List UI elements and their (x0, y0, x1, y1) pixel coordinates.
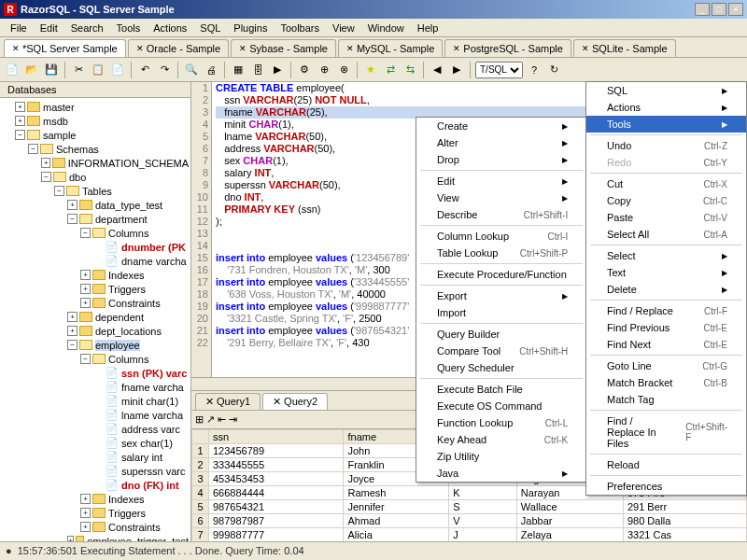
tab-mysql[interactable]: ✕MySQL - Sample (338, 39, 443, 57)
compare-icon[interactable]: ⇆ (402, 62, 418, 78)
close-icon[interactable]: ✕ (582, 44, 589, 53)
tab-oracle[interactable]: ✕Oracle - Sample (128, 39, 229, 57)
tree-node[interactable]: Indexes (108, 270, 145, 281)
tree-column[interactable]: ssn (PK) varc (121, 368, 187, 379)
mi-delete[interactable]: Delete▶ (586, 281, 746, 298)
mi-find-prev[interactable]: Find PreviousCtrl-E (586, 319, 746, 336)
find-icon[interactable]: 🔍 (183, 62, 200, 78)
mi-zip[interactable]: Zip Utility (416, 448, 586, 465)
tree-node[interactable]: data_type_test (95, 200, 162, 211)
grid-nav-icon[interactable]: ⇤ (218, 413, 226, 426)
menu-file[interactable]: File (4, 21, 34, 35)
mi-query-scheduler[interactable]: Query Scheduler (416, 359, 586, 376)
mi-match-tag[interactable]: Match Tag (586, 391, 746, 408)
tree-node[interactable]: dependent (95, 312, 144, 323)
tab-query1[interactable]: ✕Query1 (195, 393, 261, 410)
mi-select[interactable]: Select▶ (586, 247, 746, 264)
menu-plugins[interactable]: Plugins (227, 21, 274, 35)
tree-column[interactable]: salary int (121, 452, 162, 463)
tree-column[interactable]: address varc (121, 424, 180, 435)
grid-export-icon[interactable]: ↗ (206, 413, 215, 426)
tab-postgresql[interactable]: ✕PostgreSQL - Sample (444, 39, 571, 57)
db-tree[interactable]: +master +msdb −sample −Schemas +INFORMAT… (0, 98, 190, 541)
mi-reload[interactable]: Reload (586, 456, 746, 473)
mi-exec-batch[interactable]: Execute Batch File (416, 381, 586, 398)
tree-node-columns[interactable]: Columns (108, 354, 148, 365)
mi-find-files[interactable]: Find / Replace In FilesCtrl+Shift-F (586, 413, 746, 452)
mi-view[interactable]: View▶ (416, 189, 586, 206)
tab-sqlite[interactable]: ✕SQLite - Sample (573, 39, 676, 57)
mi-column-lookup[interactable]: Column LookupCtrl-I (416, 228, 586, 245)
mi-function-lookup[interactable]: Function LookupCtrl-L (416, 414, 586, 431)
sql-type-select[interactable]: T/SQL (475, 62, 523, 78)
mi-key-ahead[interactable]: Key AheadCtrl-K (416, 431, 586, 448)
tree-node-sample[interactable]: sample (43, 130, 76, 141)
mi-query-builder[interactable]: Query Builder (416, 326, 586, 343)
mi-cut[interactable]: CutCtrl-X (586, 175, 746, 192)
tree-column[interactable]: minit char(1) (121, 396, 178, 407)
mi-create[interactable]: Create▶ (416, 118, 586, 134)
minimize-button[interactable]: _ (695, 3, 710, 16)
grid-filter-icon[interactable]: ⊞ (195, 413, 204, 426)
close-icon[interactable]: ✕ (205, 396, 214, 408)
close-icon[interactable]: ✕ (12, 44, 20, 53)
close-icon[interactable]: ✕ (346, 44, 354, 53)
refresh-icon[interactable]: ↻ (545, 62, 562, 78)
mi-edit[interactable]: Edit▶ (416, 173, 586, 189)
context-menu-main[interactable]: Create▶ Alter▶ Drop▶ Edit▶ View▶ Describ… (416, 117, 587, 483)
tree-node-master[interactable]: master (43, 102, 75, 113)
action-icon[interactable]: ⚙ (296, 62, 313, 78)
mi-exec-proc[interactable]: Execute Procedure/Function (416, 266, 586, 283)
mi-compare-tool[interactable]: Compare ToolCtrl+Shift-H (416, 343, 586, 359)
col-header[interactable]: ssn (209, 430, 344, 444)
tree-node-tables[interactable]: Tables (82, 186, 112, 197)
tree-node[interactable]: Constraints (108, 298, 161, 309)
redo-icon[interactable]: ↷ (156, 62, 173, 78)
mi-undo[interactable]: UndoCtrl-Z (586, 137, 746, 154)
nav-icon[interactable]: ⇄ (382, 62, 399, 78)
mi-import[interactable]: Import (416, 304, 586, 321)
menu-edit[interactable]: Edit (34, 21, 64, 35)
new-icon[interactable]: 📄 (4, 62, 21, 78)
open-icon[interactable]: 📂 (23, 62, 40, 78)
mi-text[interactable]: Text▶ (586, 264, 746, 281)
mi-select-all[interactable]: Select AllCtrl-A (586, 226, 746, 243)
mi-find[interactable]: Find / ReplaceCtrl-F (586, 302, 746, 319)
tab-query2[interactable]: ✕Query2 (262, 393, 328, 410)
tree-node[interactable]: Triggers (108, 508, 146, 519)
menu-view[interactable]: View (326, 21, 361, 35)
maximize-button[interactable]: □ (712, 3, 726, 16)
nav-prev-icon[interactable]: ◀ (429, 62, 445, 78)
menu-window[interactable]: Window (361, 21, 411, 35)
tree-node-dbo[interactable]: dbo (69, 172, 86, 183)
mi-sql[interactable]: SQL▶ (586, 82, 746, 99)
tree-column[interactable]: sex char(1) (121, 438, 173, 449)
tree-node-schemas[interactable]: Schemas (56, 144, 99, 155)
tree-node[interactable]: department (95, 214, 148, 225)
mi-export[interactable]: Export▶ (416, 287, 586, 304)
menu-sql[interactable]: SQL (193, 21, 227, 35)
mi-actions[interactable]: Actions▶ (586, 99, 746, 116)
tree-column[interactable]: superssn varc (121, 466, 185, 477)
mi-goto-line[interactable]: Goto LineCtrl-G (586, 357, 746, 374)
close-icon[interactable]: ✕ (453, 44, 460, 53)
copy-icon[interactable]: 📋 (90, 62, 106, 78)
mi-copy[interactable]: CopyCtrl-C (586, 192, 746, 209)
menu-search[interactable]: Search (64, 21, 110, 35)
table-row[interactable]: 6987987987AhmadVJabbar980 Dalla (192, 514, 747, 528)
mi-match-bracket[interactable]: Match BracketCtrl-B (586, 374, 746, 391)
paste-icon[interactable]: 📄 (109, 62, 126, 78)
table-row[interactable]: 5987654321JenniferSWallace291 Berr (192, 500, 747, 514)
grid-nav-icon[interactable]: ⇥ (229, 413, 237, 426)
cut-icon[interactable]: ✂ (70, 62, 87, 78)
tree-node[interactable]: Constraints (108, 522, 161, 533)
mi-java[interactable]: Java▶ (416, 465, 586, 482)
tree-column[interactable]: fname varcha (121, 382, 184, 393)
tree-node[interactable]: employee_trigger_test (87, 536, 189, 542)
nav-next-icon[interactable]: ▶ (448, 62, 465, 78)
help-icon[interactable]: ? (526, 62, 543, 78)
mi-paste[interactable]: PasteCtrl-V (586, 209, 746, 226)
db-icon[interactable]: 🗄 (249, 62, 266, 78)
run-icon[interactable]: ▶ (269, 62, 286, 78)
tree-column[interactable]: dname varcha (121, 256, 187, 267)
